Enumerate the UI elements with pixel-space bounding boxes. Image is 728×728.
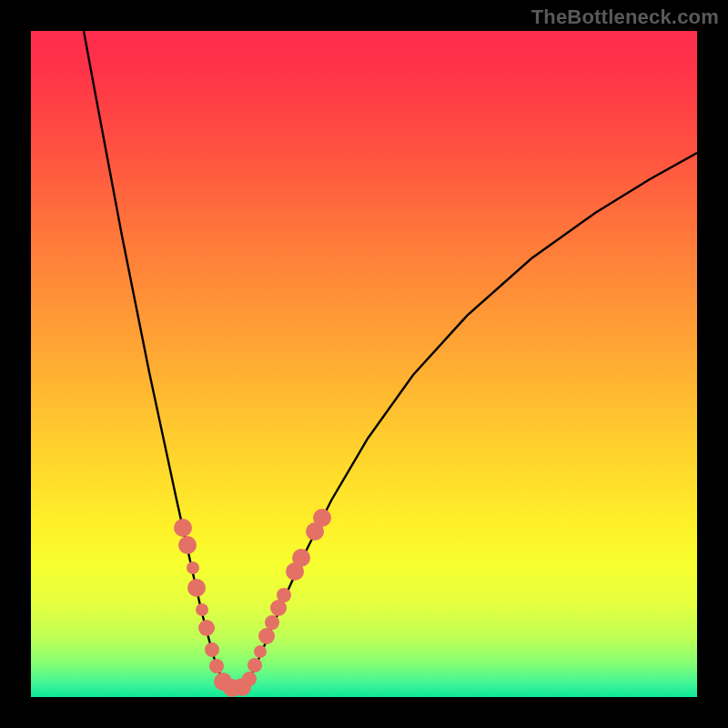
bead-dot: [277, 588, 291, 602]
bead-dot: [258, 628, 275, 644]
bead-dot: [242, 672, 257, 686]
bead-group: [174, 509, 331, 697]
bead-dot: [306, 522, 324, 541]
curve-path: [84, 31, 697, 689]
bead-dot: [209, 659, 224, 673]
bead-dot: [187, 561, 199, 574]
bead-dot: [214, 672, 232, 691]
watermark-text: TheBottleneck.com: [531, 5, 719, 29]
chart-frame: TheBottleneck.com: [0, 0, 728, 728]
bead-dot: [223, 679, 241, 697]
bead-dot: [187, 579, 206, 597]
bead-dot: [248, 658, 262, 672]
bead-dot: [270, 600, 287, 616]
plot-area: [31, 31, 697, 697]
bottleneck-curve: [31, 31, 697, 697]
bead-dot: [178, 536, 197, 554]
bead-dot: [196, 603, 208, 616]
bead-dot: [198, 620, 215, 636]
bead-dot: [265, 615, 279, 630]
bead-dot: [205, 642, 219, 657]
bead-dot: [254, 645, 267, 658]
bead-dot: [292, 549, 310, 567]
bead-dot: [286, 562, 304, 581]
bead-dot: [174, 519, 192, 537]
bead-dot: [313, 509, 331, 527]
bead-dot: [233, 678, 251, 696]
